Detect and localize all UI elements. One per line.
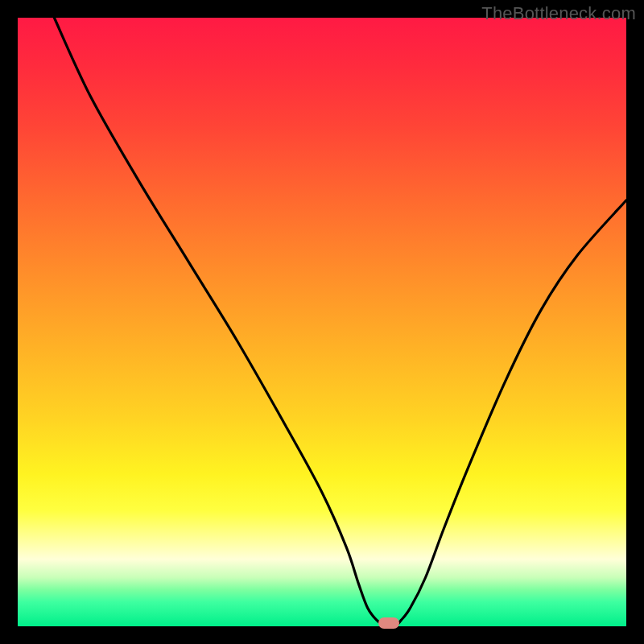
bottleneck-curve: [18, 18, 626, 626]
optimal-marker: [378, 617, 399, 629]
curve-path: [54, 18, 626, 627]
plot-area: [18, 18, 626, 626]
chart-frame: TheBottleneck.com: [0, 0, 644, 644]
